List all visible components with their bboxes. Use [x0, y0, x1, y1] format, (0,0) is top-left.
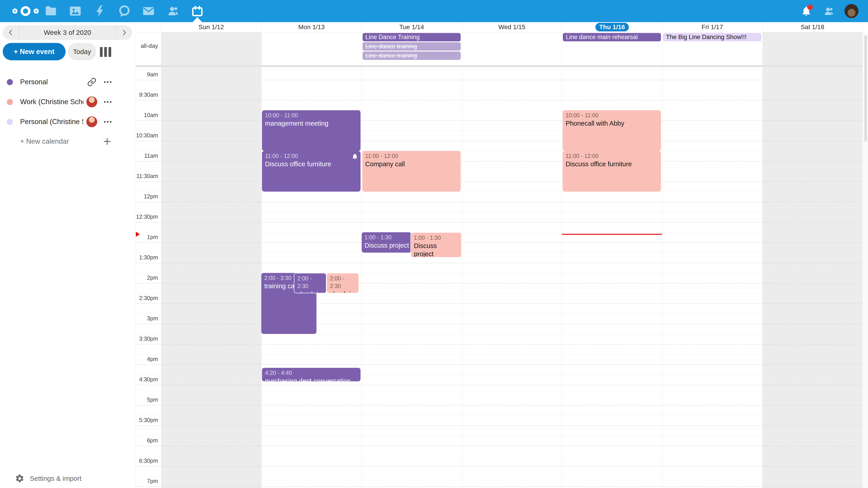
event-title: check-in: [330, 290, 355, 293]
files-icon[interactable]: [44, 4, 58, 18]
calendar-event[interactable]: 2:00 - 2:30check-in: [294, 273, 327, 293]
quarter-slot-line: [135, 222, 863, 223]
notifications-bell-icon[interactable]: [801, 5, 812, 17]
time-label: 2pm: [135, 274, 158, 281]
slot-line: [135, 212, 863, 212]
all-day-event[interactable]: Line dance main rehearsal: [563, 33, 661, 41]
all-day-event[interactable]: Line Dance Training: [363, 33, 461, 41]
column-border: [261, 22, 261, 488]
activity-icon[interactable]: [93, 4, 106, 18]
day-header[interactable]: Thu 1/16: [562, 22, 662, 32]
all-day-label: all-day: [135, 42, 158, 50]
header-divider: [135, 32, 868, 32]
new-event-button[interactable]: + New event: [3, 43, 66, 60]
time-label: 6pm: [135, 437, 158, 444]
week-picker: Week 3 of 2020: [3, 25, 132, 40]
day-header[interactable]: Mon 1/13: [261, 22, 362, 32]
quarter-slot-line: [135, 141, 863, 141]
calendar-event[interactable]: 1:00 - 1:30Discuss project announcement: [362, 232, 411, 253]
time-label: 4pm: [135, 356, 158, 362]
sidebar: Week 3 of 2020 + New event Today Persona…: [0, 22, 135, 488]
time-label: 12:30pm: [135, 214, 158, 220]
plus-icon[interactable]: [102, 136, 112, 147]
talk-icon[interactable]: [117, 4, 131, 18]
mail-icon[interactable]: [142, 4, 155, 18]
day-header[interactable]: Sat 1/18: [763, 22, 863, 32]
time-label: 10am: [135, 112, 158, 119]
new-calendar-item[interactable]: + New calendar: [0, 133, 135, 150]
calendar-event[interactable]: 2:00 - 2:30check-in: [327, 273, 359, 293]
event-title: management meeting: [265, 119, 358, 127]
photos-icon[interactable]: [68, 4, 82, 18]
column-border: [362, 22, 362, 488]
current-time-line: [562, 234, 662, 235]
slot-line: [135, 192, 863, 192]
time-label: 7pm: [135, 478, 158, 484]
time-label: 4:30pm: [135, 376, 158, 383]
contacts-menu-icon[interactable]: [823, 5, 835, 17]
calendar-actions-menu-icon[interactable]: •••: [101, 78, 115, 86]
vertical-scrollbar[interactable]: [864, 32, 868, 488]
slot-line: [135, 273, 863, 273]
quarter-slot-line: [135, 100, 863, 101]
new-calendar-label: + New calendar: [20, 137, 69, 145]
slot-line: [135, 334, 863, 334]
calendar-color-dot: [7, 99, 13, 105]
calendar-week-view: 9am9:30am10am10:30am11am11:30am12pm12:30…: [135, 22, 868, 488]
notification-badge: [807, 4, 813, 10]
quarter-slot-line: [135, 486, 863, 487]
settings-import[interactable]: Settings & import: [0, 472, 135, 485]
today-button[interactable]: Today: [68, 43, 96, 60]
nextcloud-logo[interactable]: [12, 5, 39, 17]
calendar-event[interactable]: 1:00 - 1:30Discuss project announcement: [410, 232, 462, 258]
calendar-event[interactable]: 10:00 - 11:00Phonecall with Abby: [563, 110, 661, 151]
event-time: 11:00 - 12:00: [565, 152, 658, 160]
calendar-event[interactable]: 4:20 - 4:40purchasing dept conversation: [262, 368, 360, 381]
scrollbar-thumb[interactable]: [864, 35, 867, 141]
quarter-slot-line: [135, 344, 863, 345]
calendar-name: Personal: [20, 78, 48, 86]
calendar-actions-menu-icon[interactable]: •••: [101, 98, 115, 105]
slot-line: [135, 415, 863, 416]
calendar-actions-menu-icon[interactable]: •••: [101, 118, 115, 125]
slot-line: [135, 476, 863, 477]
previous-week-button[interactable]: [3, 25, 19, 40]
calendar-list-item[interactable]: Personal (Christine Scho…)•••: [0, 113, 135, 130]
calendar-list-item[interactable]: Personal•••: [0, 74, 135, 90]
event-title: Phonecall with Abby: [565, 119, 658, 127]
calendar-event[interactable]: 11:00 - 12:00Discuss office furniture: [262, 151, 360, 192]
event-title: Discuss office furniture: [265, 160, 358, 168]
week-label[interactable]: Week 3 of 2020: [19, 25, 116, 40]
all-day-event[interactable]: Line dance training: [363, 52, 461, 60]
view-mode-toggle-icon[interactable]: [100, 47, 111, 57]
quarter-slot-line: [135, 324, 863, 324]
time-label: 5:30pm: [135, 417, 158, 423]
event-title: purchasing dept conversation: [265, 377, 358, 381]
day-header[interactable]: Sun 1/12: [161, 22, 261, 32]
share-link-icon[interactable]: [86, 76, 97, 88]
day-header[interactable]: Tue 1/14: [362, 22, 462, 32]
event-title: Discuss project announcement: [365, 241, 408, 250]
calendar-list-item[interactable]: Work (Christine Schott)•••: [0, 94, 135, 110]
calendar-event[interactable]: 11:00 - 12:00Discuss office furniture: [563, 151, 661, 192]
time-label: 2:30pm: [135, 295, 158, 301]
next-week-button[interactable]: [116, 25, 132, 40]
day-header[interactable]: Fri 1/17: [662, 22, 762, 32]
calendar-event[interactable]: 11:00 - 12:00Company call: [362, 151, 461, 192]
slot-line: [135, 375, 863, 375]
event-time: 10:00 - 11:00: [265, 111, 358, 119]
calendar-event[interactable]: 10:00 - 11:00management meeting: [262, 110, 360, 151]
contacts-icon[interactable]: [166, 4, 180, 18]
column-border: [662, 22, 662, 488]
quarter-slot-line: [135, 283, 863, 284]
slot-line: [135, 253, 863, 253]
calendar-icon[interactable]: [191, 4, 204, 18]
time-label: 11:30am: [135, 173, 158, 180]
quarter-slot-line: [135, 303, 863, 304]
user-avatar[interactable]: [844, 4, 859, 18]
day-header[interactable]: Wed 1/15: [462, 22, 562, 32]
calendar-name: Work (Christine Schott): [20, 98, 84, 106]
all-day-event[interactable]: The Big Line Dancing Show!!!: [663, 33, 761, 41]
quarter-slot-line: [135, 182, 863, 182]
all-day-event[interactable]: Line dance training: [363, 42, 461, 51]
